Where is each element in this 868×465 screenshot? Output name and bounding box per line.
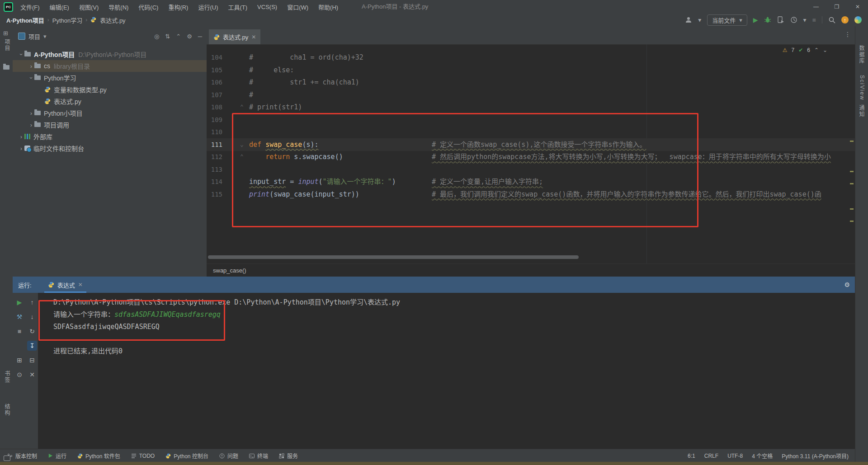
tree-item[interactable]: ›外部库 xyxy=(13,131,212,142)
tool-tab[interactable]: 服务 xyxy=(274,449,302,462)
settings-icon[interactable]: ⚙ xyxy=(844,281,850,288)
menu-item[interactable]: 代码(C) xyxy=(134,2,162,12)
tree-item[interactable]: 表达式.py xyxy=(13,95,232,107)
line-ending[interactable]: CRLF xyxy=(704,453,718,459)
stripe-tab[interactable]: 通知 xyxy=(858,105,865,117)
breadcrumb-item[interactable]: 表达式.py xyxy=(100,16,125,24)
rerun-failed-button[interactable]: ↻ xyxy=(27,326,37,336)
tree-item[interactable]: ›cslibrary根目录 xyxy=(13,60,222,72)
breadcrumb-item[interactable]: A-Python项目 xyxy=(6,16,44,24)
close-button[interactable]: ✕ xyxy=(847,0,868,14)
tool-tab[interactable]: 问题 xyxy=(215,449,243,462)
chevron-collapsed-icon[interactable]: › xyxy=(18,133,24,140)
scroll-to-end-button[interactable]: ↧ xyxy=(27,341,37,351)
run-tab-close-icon[interactable]: ✕ xyxy=(78,282,83,288)
fold-marker-icon[interactable]: ⌄ xyxy=(240,138,244,151)
tool-tab[interactable]: Python 软件包 xyxy=(73,449,125,462)
line-number[interactable]: 115 xyxy=(207,188,222,201)
menu-item[interactable]: 帮助(H) xyxy=(314,2,342,12)
editor-options-icon[interactable]: ⋮ xyxy=(844,31,851,38)
edit-config-button[interactable]: ⚒ xyxy=(14,312,24,322)
rerun-button[interactable]: ▶ xyxy=(14,297,24,307)
stripe-tab[interactable]: 数据库 xyxy=(858,45,865,64)
menu-item[interactable]: 文件(F) xyxy=(16,2,44,12)
menu-item[interactable]: 编辑(E) xyxy=(46,2,73,12)
breadcrumb-item[interactable]: Python学习 xyxy=(52,16,82,24)
tree-item[interactable]: ›Python学习 xyxy=(13,72,222,84)
user-icon[interactable] xyxy=(685,16,692,23)
code-line[interactable]: 112⌃ return s.swapcase()# 然后调用python的swa… xyxy=(207,150,855,163)
code-line[interactable]: 107# xyxy=(207,89,855,101)
next-problem-icon[interactable]: ⌄ xyxy=(823,47,827,53)
menu-item[interactable]: 重构(R) xyxy=(164,2,192,12)
prev-problem-icon[interactable]: ⌃ xyxy=(814,47,819,53)
code-line[interactable]: 113 xyxy=(207,163,855,176)
project-stripe-tab[interactable]: 项目 xyxy=(3,39,11,52)
inspections-widget[interactable]: ⚠ 7 ✔ 6 ⌃ ⌄ xyxy=(783,47,827,53)
stripe-tab[interactable]: SciView xyxy=(859,75,865,100)
line-number[interactable]: 108 xyxy=(207,101,222,113)
editor-vertical-scrollbar[interactable] xyxy=(850,44,854,258)
code-line[interactable]: 111⌄def swap_case(s):# 定义一个函数swap_case(s… xyxy=(207,138,855,151)
locate-icon[interactable]: ◎ xyxy=(154,33,159,40)
update-icon[interactable]: ↑ xyxy=(841,16,849,23)
settings-icon[interactable]: ⚙ xyxy=(187,33,192,40)
folder-stripe-icon[interactable] xyxy=(3,65,9,70)
clear-all-button[interactable]: ✕ xyxy=(27,370,37,380)
coverage-icon[interactable] xyxy=(777,16,784,23)
minimize-button[interactable]: — xyxy=(806,0,826,14)
up-stack-button[interactable]: ↑ xyxy=(27,297,37,307)
tool-tab[interactable]: TODO xyxy=(127,449,159,462)
line-number[interactable]: 111 xyxy=(207,138,222,151)
run-tab[interactable]: 表达式 ✕ xyxy=(44,277,86,293)
chevron-expanded-icon[interactable]: › xyxy=(28,75,35,81)
code-line[interactable]: 109 xyxy=(207,113,855,126)
search-icon[interactable] xyxy=(828,16,835,23)
code-line[interactable]: 115print(swap_case(input_str))# 最后，我们调用我… xyxy=(207,188,855,201)
menu-item[interactable]: 导航(N) xyxy=(104,2,132,12)
line-number[interactable]: 106 xyxy=(207,76,222,89)
line-number[interactable]: 105 xyxy=(207,64,222,76)
chevron-collapsed-icon[interactable]: › xyxy=(18,145,24,152)
line-number[interactable]: 104 xyxy=(207,51,222,64)
maximize-button[interactable]: ❐ xyxy=(826,0,847,14)
tool-tab[interactable]: 终端 xyxy=(245,449,273,462)
pin-button[interactable]: ⊙ xyxy=(14,370,24,380)
tool-windows-toggle-icon[interactable] xyxy=(4,456,10,461)
print-button[interactable]: ⊟ xyxy=(27,355,37,365)
code-line[interactable]: 110 xyxy=(207,126,855,138)
code-line[interactable]: 105# else: xyxy=(207,64,855,76)
code-viewport[interactable]: 104# cha1 = ord(cha)+32105# else:106# st… xyxy=(207,44,855,277)
code-line[interactable]: 108⌃# print(str1) xyxy=(207,101,855,113)
hide-panel-icon[interactable]: ─ xyxy=(198,33,202,40)
breadcrumb-function[interactable]: swap_case() xyxy=(213,267,246,274)
run-button[interactable]: ▶ xyxy=(753,16,758,23)
code-line[interactable]: 104# cha1 = ord(cha)+32 xyxy=(207,51,855,64)
restore-layout-button[interactable]: ⊞ xyxy=(14,355,24,365)
encoding[interactable]: UTF-8 xyxy=(727,453,743,459)
tree-item[interactable]: ›Python小项目 xyxy=(13,107,222,119)
tree-item[interactable]: ›A-Python项目D:\Python\A-Python项目 xyxy=(13,48,212,60)
menu-item[interactable]: 工具(T) xyxy=(224,2,251,12)
fold-marker-icon[interactable]: ⌃ xyxy=(240,101,244,113)
line-number[interactable]: 109 xyxy=(207,113,222,126)
code-line[interactable]: 106# str1 += cha(cha1) xyxy=(207,76,855,89)
down-stack-button[interactable]: ↓ xyxy=(27,312,37,322)
tree-item[interactable]: ›临时文件和控制台 xyxy=(13,142,212,154)
run-config-select[interactable]: 当前文件 ▾ xyxy=(707,14,747,26)
menu-item[interactable]: 窗口(W) xyxy=(283,2,312,12)
tree-item[interactable]: 变量和数据类型.py xyxy=(13,84,232,95)
line-number[interactable]: 110 xyxy=(207,126,222,138)
user-dropdown-icon[interactable]: ▾ xyxy=(698,16,701,23)
chevron-collapsed-icon[interactable]: › xyxy=(28,122,34,128)
profiler-icon[interactable] xyxy=(790,16,797,23)
line-number[interactable]: 114 xyxy=(207,175,222,188)
stripe-tab[interactable]: 结构 xyxy=(3,404,11,416)
chevron-collapsed-icon[interactable]: › xyxy=(28,110,34,117)
project-panel-header[interactable]: 项目 ▾ xyxy=(18,31,47,42)
stripe-tab[interactable]: 书签 xyxy=(3,371,11,383)
indent[interactable]: 4 个空格 xyxy=(752,452,773,460)
code-line[interactable]: 114input_str = input("请输入一个字符串：")# 定义一个变… xyxy=(207,175,855,188)
caret-position[interactable]: 6:1 xyxy=(688,453,695,459)
profiler-dropdown-icon[interactable]: ▾ xyxy=(803,16,807,23)
